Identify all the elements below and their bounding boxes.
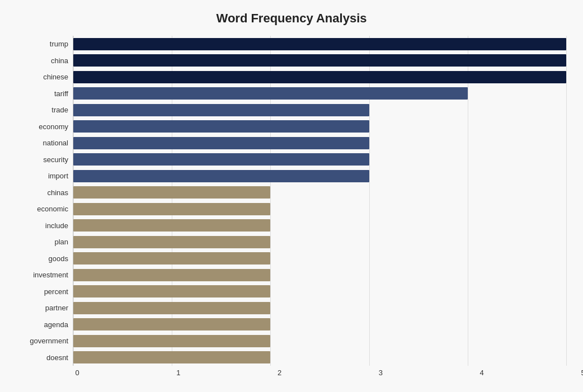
- bar-row-investment: [73, 267, 566, 282]
- bar-investment: [73, 269, 270, 281]
- grid-line-0: [73, 36, 74, 366]
- bar-row-partner: [73, 300, 566, 315]
- y-label-goods: goods: [49, 251, 68, 266]
- grid-line-1: [172, 36, 172, 366]
- bar-row-tariff: [73, 86, 566, 101]
- y-label-chinese: chinese: [43, 69, 68, 84]
- bar-goods: [73, 252, 270, 265]
- bar-government: [73, 335, 270, 347]
- y-label-economy: economy: [39, 119, 68, 134]
- bar-row-economy: [73, 119, 566, 134]
- x-tick-4: 4: [480, 369, 484, 377]
- y-label-tariff: tariff: [54, 86, 68, 101]
- y-label-investment: investment: [33, 267, 68, 282]
- y-label-percent: percent: [44, 284, 68, 299]
- bar-percent: [73, 285, 270, 297]
- grid-line-3: [369, 36, 370, 366]
- bars-area: [73, 36, 566, 366]
- x-tick-0: 0: [75, 369, 79, 377]
- bar-include: [73, 219, 270, 232]
- y-label-doesnt: doesnt: [46, 350, 68, 365]
- y-label-plan: plan: [54, 234, 68, 249]
- bar-doesnt: [73, 351, 270, 363]
- bar-trade: [73, 104, 369, 116]
- bar-security: [73, 153, 369, 166]
- bar-row-goods: [73, 251, 566, 266]
- bar-trump: [73, 38, 566, 50]
- bar-chinese: [73, 71, 566, 83]
- bar-row-chinas: [73, 185, 566, 200]
- bar-row-trade: [73, 102, 566, 117]
- bar-economic: [73, 203, 270, 215]
- y-label-include: include: [45, 218, 68, 233]
- bar-row-national: [73, 135, 566, 150]
- y-label-national: national: [43, 135, 68, 150]
- bar-row-import: [73, 168, 566, 183]
- x-tick-5: 5: [581, 369, 583, 377]
- bar-row-trump: [73, 36, 566, 51]
- bar-row-china: [73, 53, 566, 68]
- bar-national: [73, 137, 369, 149]
- bar-row-chinese: [73, 69, 566, 84]
- y-label-chinas: chinas: [47, 185, 68, 200]
- y-label-economic: economic: [37, 201, 68, 216]
- y-label-import: import: [48, 168, 68, 183]
- bar-row-agenda: [73, 317, 566, 332]
- bar-row-include: [73, 218, 566, 233]
- bar-import: [73, 170, 369, 182]
- y-label-trade: trade: [51, 102, 68, 117]
- grid-line-2: [270, 36, 271, 366]
- chart-area: trumpchinachinesetarifftradeeconomynatio…: [17, 36, 566, 366]
- bar-row-security: [73, 152, 566, 167]
- y-labels: trumpchinachinesetarifftradeeconomynatio…: [17, 36, 73, 366]
- y-label-government: government: [30, 333, 68, 348]
- bar-agenda: [73, 318, 270, 330]
- x-tick-1: 1: [176, 369, 180, 377]
- x-axis: 012345: [77, 369, 583, 380]
- x-tick-3: 3: [379, 369, 383, 377]
- bar-row-economic: [73, 201, 566, 216]
- y-label-partner: partner: [45, 300, 68, 315]
- y-label-trump: trump: [50, 36, 68, 51]
- chart-container: Word Frequency Analysis trumpchinachines…: [0, 0, 583, 392]
- y-label-agenda: agenda: [44, 317, 68, 332]
- x-tick-2: 2: [278, 369, 281, 377]
- bar-row-doesnt: [73, 350, 566, 365]
- bar-row-percent: [73, 284, 566, 299]
- bar-tariff: [73, 87, 468, 100]
- grid-line-5: [566, 36, 567, 366]
- bar-chinas: [73, 186, 270, 199]
- bar-plan: [73, 236, 270, 248]
- bar-row-government: [73, 333, 566, 348]
- y-label-security: security: [43, 152, 68, 167]
- bar-partner: [73, 302, 270, 314]
- chart-title: Word Frequency Analysis: [17, 11, 566, 26]
- grid-line-4: [468, 36, 468, 366]
- bar-row-plan: [73, 234, 566, 249]
- bar-economy: [73, 120, 369, 133]
- y-label-china: china: [51, 53, 68, 68]
- bar-china: [73, 54, 566, 67]
